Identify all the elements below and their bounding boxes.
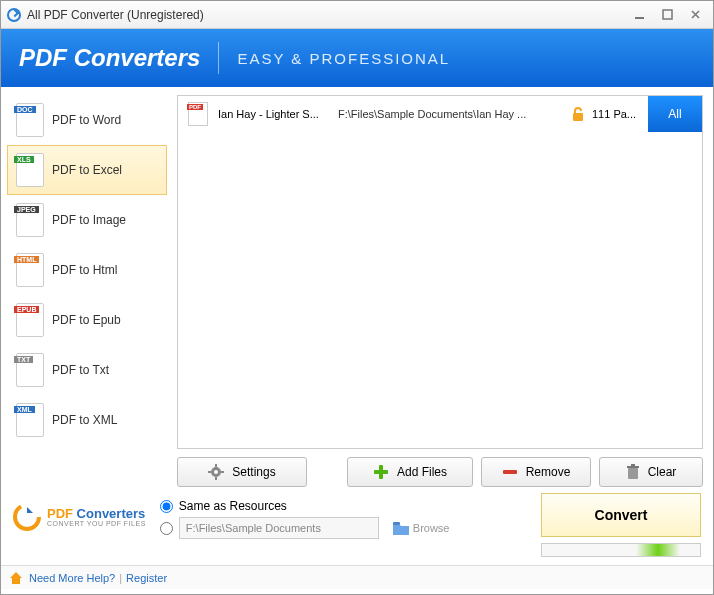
- settings-button[interactable]: Settings: [177, 457, 307, 487]
- window-title: All PDF Converter (Unregistered): [27, 8, 204, 22]
- sidebar-item-jpeg[interactable]: JPEGPDF to Image: [7, 195, 167, 245]
- add-files-label: Add Files: [397, 465, 447, 479]
- svg-marker-18: [10, 572, 22, 584]
- svg-rect-6: [215, 477, 217, 480]
- progress-bar: [541, 543, 701, 557]
- sidebar-item-epub[interactable]: EPUBPDF to Epub: [7, 295, 167, 345]
- svg-rect-13: [627, 466, 639, 468]
- settings-label: Settings: [232, 465, 275, 479]
- brand-subtitle: CONVERT YOU PDF FILES: [47, 520, 146, 527]
- add-files-button[interactable]: Add Files: [347, 457, 473, 487]
- sidebar-item-label: PDF to Image: [52, 213, 126, 227]
- sidebar-item-doc[interactable]: DOCPDF to Word: [7, 95, 167, 145]
- sidebar-item-txt[interactable]: TXTPDF to Txt: [7, 345, 167, 395]
- same-as-resources-radio[interactable]: [160, 500, 173, 513]
- app-title: PDF Converters: [19, 44, 200, 72]
- doc-icon: DOC: [16, 103, 44, 137]
- sidebar-item-html[interactable]: HTMLPDF to Html: [7, 245, 167, 295]
- page-range-button[interactable]: All: [648, 96, 702, 132]
- custom-path-radio[interactable]: [160, 522, 173, 535]
- sidebar: DOCPDF to WordXLSPDF to ExcelJPEGPDF to …: [7, 95, 167, 487]
- sidebar-item-label: PDF to Word: [52, 113, 121, 127]
- sidebar-item-label: PDF to Html: [52, 263, 117, 277]
- clear-label: Clear: [648, 465, 677, 479]
- toolbar: Settings Add Files Remove Clear: [177, 457, 703, 487]
- convert-button[interactable]: Convert: [541, 493, 701, 537]
- brand-icon: [13, 503, 41, 531]
- sidebar-item-label: PDF to Epub: [52, 313, 121, 327]
- sidebar-item-label: PDF to Excel: [52, 163, 122, 177]
- sidebar-item-xls[interactable]: XLSPDF to Excel: [7, 145, 167, 195]
- file-path: F:\Files\Sample Documents\Ian Hay ...: [338, 108, 564, 120]
- svg-point-4: [214, 470, 218, 474]
- svg-rect-12: [628, 468, 638, 479]
- app-tagline: EASY & PROFESSIONAL: [237, 50, 450, 67]
- svg-rect-1: [663, 10, 672, 19]
- folder-icon: [393, 522, 409, 535]
- output-options: Same as Resources Browse: [160, 495, 450, 539]
- svg-rect-17: [393, 522, 400, 525]
- home-icon: [9, 571, 23, 585]
- brand-logo: PDF Converters CONVERT YOU PDF FILES: [13, 503, 146, 531]
- maximize-button[interactable]: [655, 6, 679, 24]
- sidebar-item-label: PDF to XML: [52, 413, 117, 427]
- svg-rect-10: [374, 470, 388, 474]
- convert-label: Convert: [595, 507, 648, 523]
- svg-rect-7: [208, 471, 211, 473]
- file-name: Ian Hay - Lighter S...: [218, 108, 338, 120]
- close-button[interactable]: [683, 6, 707, 24]
- xml-icon: XML: [16, 403, 44, 437]
- sidebar-item-label: PDF to Txt: [52, 363, 109, 377]
- register-link[interactable]: Register: [126, 572, 167, 584]
- status-bar: Need More Help? | Register: [1, 565, 713, 589]
- file-pages: 111 Pa...: [592, 108, 648, 120]
- header-banner: PDF Converters EASY & PROFESSIONAL: [1, 29, 713, 87]
- pdf-file-icon: PDF: [188, 102, 208, 126]
- clear-button[interactable]: Clear: [599, 457, 703, 487]
- xls-icon: XLS: [16, 153, 44, 187]
- brand-name: PDF Converters: [47, 507, 146, 520]
- app-icon: [7, 8, 21, 22]
- banner-divider: [218, 42, 219, 74]
- browse-label: Browse: [413, 522, 450, 534]
- svg-rect-2: [573, 113, 583, 121]
- unlock-icon: [570, 106, 586, 122]
- svg-rect-11: [503, 470, 517, 474]
- output-path-field[interactable]: [179, 517, 379, 539]
- file-list: PDF Ian Hay - Lighter S... F:\Files\Samp…: [177, 95, 703, 449]
- help-link[interactable]: Need More Help?: [29, 572, 115, 584]
- browse-button[interactable]: Browse: [393, 522, 450, 535]
- file-row[interactable]: PDF Ian Hay - Lighter S... F:\Files\Samp…: [178, 96, 702, 132]
- minimize-button[interactable]: [627, 6, 651, 24]
- remove-label: Remove: [526, 465, 571, 479]
- trash-icon: [626, 464, 640, 480]
- minus-icon: [502, 464, 518, 480]
- svg-rect-8: [221, 471, 224, 473]
- txt-icon: TXT: [16, 353, 44, 387]
- html-icon: HTML: [16, 253, 44, 287]
- plus-icon: [373, 464, 389, 480]
- svg-marker-16: [27, 507, 33, 513]
- svg-rect-5: [215, 464, 217, 467]
- same-as-resources-label: Same as Resources: [179, 499, 287, 513]
- svg-rect-0: [635, 17, 644, 19]
- epub-icon: EPUB: [16, 303, 44, 337]
- jpeg-icon: JPEG: [16, 203, 44, 237]
- svg-rect-14: [631, 464, 635, 466]
- separator: |: [119, 572, 122, 584]
- gear-icon: [208, 464, 224, 480]
- sidebar-item-xml[interactable]: XMLPDF to XML: [7, 395, 167, 445]
- remove-button[interactable]: Remove: [481, 457, 591, 487]
- title-bar: All PDF Converter (Unregistered): [1, 1, 713, 29]
